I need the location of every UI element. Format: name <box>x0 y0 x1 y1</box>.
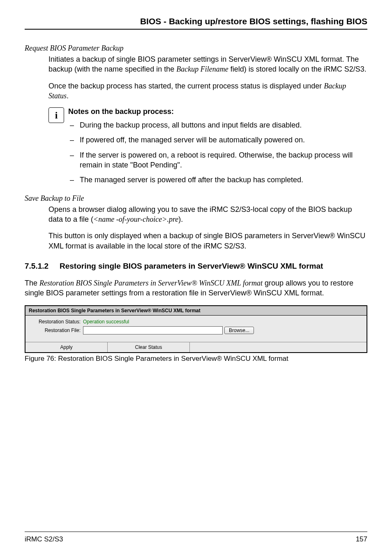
browse-button[interactable]: Browse... <box>224 327 254 334</box>
page-footer: iRMC S2/S3 157 <box>25 532 367 543</box>
subsection-number: 7.5.1.2 <box>25 261 60 272</box>
text: field) is stored locally on the iRMC S2/… <box>228 65 367 73</box>
subsection-heading: 7.5.1.2 Restoring single BIOS parameters… <box>25 261 367 272</box>
footer-left: iRMC S2/S3 <box>25 535 63 543</box>
note-item: The managed server is powered off after … <box>80 175 367 185</box>
status-value: Operation successful <box>83 319 129 325</box>
notes-heading: Notes on the backup process: <box>68 107 367 116</box>
info-icon: i <box>48 107 64 123</box>
figure-caption: Figure 76: Restoration BIOS Single Param… <box>25 355 367 363</box>
term-restoration-group: Restoration BIOS Single Parameters in Se… <box>39 279 263 287</box>
file-label: Restoration File: <box>30 327 83 333</box>
bullet-dash: – <box>70 135 74 145</box>
text: . <box>67 92 69 100</box>
info-callout: i Notes on the backup process: –During t… <box>48 107 367 190</box>
bullet-dash: – <box>70 150 74 170</box>
restoration-file-input[interactable] <box>83 326 223 334</box>
clear-status-button[interactable]: Clear Status <box>108 342 190 352</box>
body-text: Initiates a backup of single BIOS parame… <box>48 54 367 74</box>
status-label: Restoration Status: <box>30 319 83 325</box>
section-label-save: Save Backup to File <box>25 194 367 203</box>
body-text: Once the backup process has started, the… <box>48 81 367 101</box>
text: ). <box>178 215 183 223</box>
section-label-request: Request BIOS Parameter Backup <box>25 44 367 53</box>
bullet-dash: – <box>70 120 74 130</box>
text: Once the backup process has started, the… <box>48 82 324 90</box>
term-backup-filename: Backup Filename <box>176 65 228 73</box>
bullet-dash: – <box>70 175 74 185</box>
note-item: During the backup process, all buttons a… <box>80 120 367 130</box>
panel-title: Restoration BIOS Single Parameters in Se… <box>25 306 367 316</box>
note-item: If the server is powered on, a reboot is… <box>80 150 367 170</box>
term-filename-pattern: <name -of-your-choice>.pre <box>93 215 178 223</box>
body-text: This button is only displayed when a bac… <box>48 231 367 251</box>
note-item: If powered off, the managed server will … <box>80 135 367 145</box>
apply-button[interactable]: Apply <box>25 342 108 352</box>
footer-page-number: 157 <box>356 535 367 543</box>
restoration-panel: Restoration BIOS Single Parameters in Se… <box>25 305 367 353</box>
body-text: Opens a browser dialog allowing you to s… <box>48 204 367 225</box>
page-header: BIOS - Backing up/restore BIOS settings,… <box>25 16 367 30</box>
subsection-title: Restoring single BIOS parameters in Serv… <box>60 261 367 272</box>
text: The <box>25 279 39 287</box>
body-text: The Restoration BIOS Single Parameters i… <box>25 278 367 298</box>
